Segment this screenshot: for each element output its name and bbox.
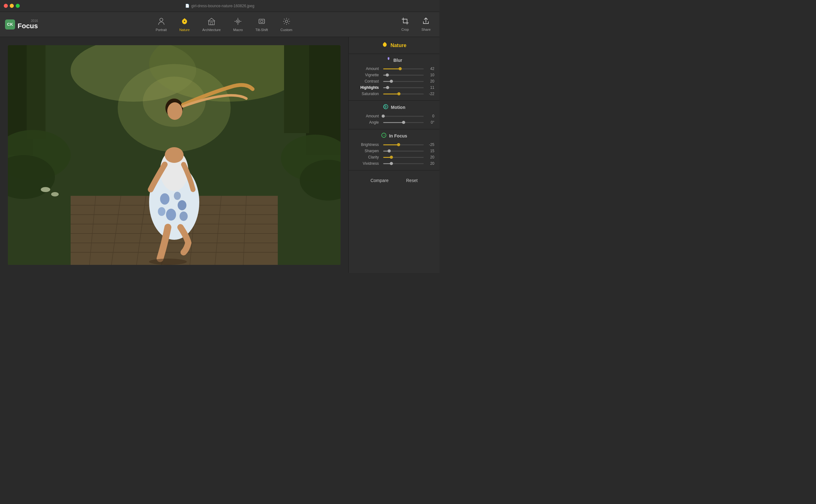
contrast-thumb xyxy=(390,80,393,83)
highlights-track[interactable] xyxy=(383,87,424,88)
motion-icon xyxy=(383,104,389,111)
right-panel: Nature Blur Amount 42 xyxy=(348,37,439,273)
maximize-button[interactable] xyxy=(16,4,20,8)
share-button[interactable]: Share xyxy=(418,15,434,33)
highlights-row: Highlights 11 xyxy=(354,85,434,90)
nav-tool-architecture[interactable]: Architecture xyxy=(196,15,227,34)
vignette-label: Vignette xyxy=(354,73,379,77)
brightness-track[interactable] xyxy=(383,144,424,145)
logo-text: 2016 Focus xyxy=(18,19,38,29)
svg-point-8 xyxy=(285,20,288,23)
contrast-row: Contrast 20 xyxy=(354,79,434,83)
window-title: 📄 girl-dress-bounce-nature-160826.jpeg xyxy=(185,4,255,8)
svg-rect-2 xyxy=(209,21,214,25)
svg-point-36 xyxy=(41,187,50,192)
main-content: Nature Blur Amount 42 xyxy=(0,37,439,273)
angle-label: Angle xyxy=(354,120,379,125)
blur-amount-track[interactable] xyxy=(383,68,424,69)
svg-rect-13 xyxy=(27,45,46,139)
photo-container xyxy=(8,45,341,265)
saturation-fill xyxy=(383,94,399,94)
motion-amount-row: Amount 0 xyxy=(354,114,434,118)
blur-amount-row: Amount 42 xyxy=(354,67,434,71)
vividness-thumb xyxy=(390,162,393,165)
brightness-row: Brightness -25 xyxy=(354,142,434,147)
nav-tool-custom[interactable]: Custom xyxy=(274,15,299,34)
nav-tools: Portrait Nature Architecture xyxy=(51,15,398,34)
blur-icon xyxy=(386,57,391,63)
motion-amount-track[interactable] xyxy=(383,116,424,117)
saturation-track[interactable] xyxy=(383,94,424,94)
contrast-track[interactable] xyxy=(383,81,424,82)
in-focus-section: In Focus Brightness -25 Sharpen 15 xyxy=(349,129,439,170)
nav-tool-tilt-shift[interactable]: Tilt-Shift xyxy=(249,15,274,34)
clarity-row: Clarity 20 xyxy=(354,155,434,159)
motion-section: Motion Amount 0 Angle 0° xyxy=(349,101,439,129)
vividness-row: Vividness 20 xyxy=(354,161,434,166)
reset-button[interactable]: Reset xyxy=(404,177,420,184)
blur-amount-thumb xyxy=(399,67,402,70)
toolbar-right: Crop Share xyxy=(398,15,434,33)
blur-amount-fill xyxy=(383,68,400,69)
sharpen-row: Sharpen 15 xyxy=(354,149,434,153)
sharpen-value: 15 xyxy=(425,149,434,153)
vividness-track[interactable] xyxy=(383,163,424,164)
nav-tool-nature[interactable]: Nature xyxy=(173,15,196,34)
angle-value: 0° xyxy=(425,120,434,125)
tilt-shift-icon xyxy=(258,17,266,27)
macro-icon xyxy=(234,17,242,27)
contrast-label: Contrast xyxy=(354,79,379,83)
vividness-value: 20 xyxy=(425,161,434,166)
crop-button[interactable]: Crop xyxy=(398,15,413,33)
motion-amount-value: 0 xyxy=(425,114,434,118)
portrait-icon xyxy=(157,17,165,27)
svg-rect-6 xyxy=(259,19,265,24)
in-focus-icon xyxy=(381,132,387,139)
toolbar: CK 2016 Focus Portrait xyxy=(0,12,439,37)
sharpen-label: Sharpen xyxy=(354,149,379,153)
svg-point-49 xyxy=(149,259,187,265)
svg-point-42 xyxy=(180,212,188,221)
panel-buttons: Compare Reset xyxy=(349,170,439,187)
share-label: Share xyxy=(421,28,431,31)
brightness-fill xyxy=(383,144,399,145)
motion-title: Motion xyxy=(391,105,405,110)
macro-label: Macro xyxy=(233,28,243,32)
blur-section: Blur Amount 42 Vignette 10 xyxy=(349,54,439,101)
angle-track[interactable] xyxy=(383,122,424,123)
custom-label: Custom xyxy=(281,28,293,32)
minimize-button[interactable] xyxy=(10,4,14,8)
highlights-thumb xyxy=(386,86,389,89)
nav-tool-macro[interactable]: Macro xyxy=(227,15,249,34)
clarity-label: Clarity xyxy=(354,155,379,159)
vignette-thumb xyxy=(386,73,389,77)
clarity-track[interactable] xyxy=(383,157,424,158)
tilt-shift-label: Tilt-Shift xyxy=(255,28,268,32)
crop-label: Crop xyxy=(401,28,409,31)
saturation-thumb xyxy=(397,92,400,95)
highlights-label: Highlights xyxy=(354,85,379,90)
angle-row: Angle 0° xyxy=(354,120,434,125)
svg-rect-3 xyxy=(211,22,212,25)
close-button[interactable] xyxy=(4,4,8,8)
vignette-track[interactable] xyxy=(383,75,424,76)
clarity-value: 20 xyxy=(425,155,434,159)
nav-tool-portrait[interactable]: Portrait xyxy=(149,15,173,34)
panel-header: Nature xyxy=(349,37,439,54)
brightness-value: -25 xyxy=(425,142,434,147)
svg-point-48 xyxy=(167,102,182,120)
portrait-label: Portrait xyxy=(156,28,167,32)
custom-icon xyxy=(282,17,291,27)
canvas-area[interactable] xyxy=(0,37,348,273)
blur-amount-label: Amount xyxy=(354,67,379,71)
photo-display xyxy=(8,45,341,265)
sharpen-track[interactable] xyxy=(383,151,424,152)
highlights-value: 11 xyxy=(425,85,434,90)
panel-title: Nature xyxy=(390,43,406,48)
motion-amount-label: Amount xyxy=(354,114,379,118)
svg-point-1 xyxy=(184,21,185,22)
svg-point-0 xyxy=(160,18,163,21)
saturation-label: Saturation xyxy=(354,92,379,96)
compare-button[interactable]: Compare xyxy=(368,177,391,184)
svg-point-46 xyxy=(165,147,184,163)
